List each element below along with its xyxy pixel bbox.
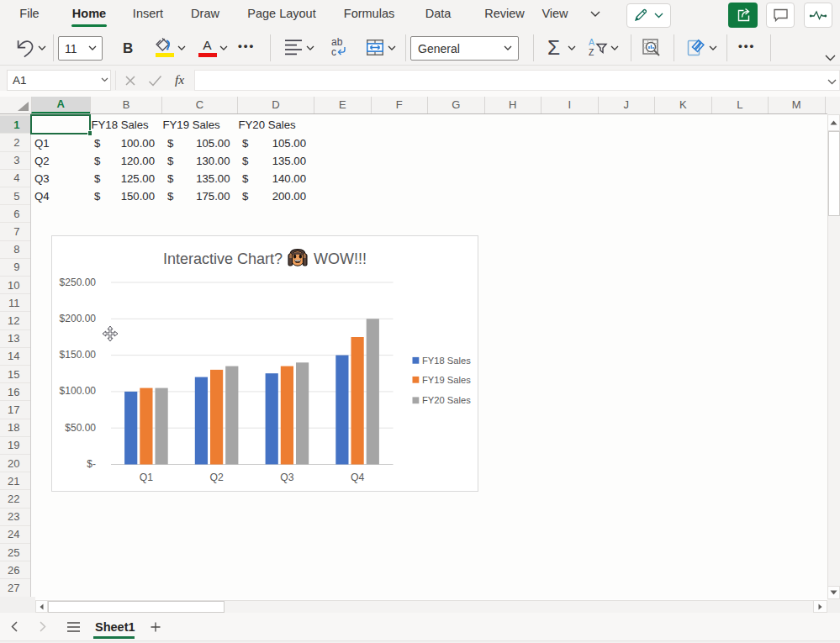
svg-text:$200.00: $200.00: [60, 313, 97, 324]
svg-text:$-: $-: [87, 458, 96, 470]
svg-text:Z: Z: [589, 47, 594, 56]
svg-text:FY19 Sales: FY19 Sales: [422, 375, 471, 385]
svg-text:Interactive Chart?: Interactive Chart?: [163, 250, 283, 267]
svg-text:Q4: Q4: [351, 472, 364, 483]
svg-text:$50.00: $50.00: [65, 422, 96, 434]
svg-text:$150.00: $150.00: [60, 349, 97, 361]
svg-text:FY18 Sales: FY18 Sales: [422, 356, 471, 366]
svg-text:Q3: Q3: [280, 472, 293, 483]
svg-text:Q2: Q2: [209, 472, 223, 483]
svg-text:Q1: Q1: [140, 472, 153, 483]
svg-text:WOW!!!: WOW!!!: [314, 250, 367, 267]
svg-text:FY20 Sales: FY20 Sales: [422, 395, 471, 405]
svg-text:c: c: [331, 46, 336, 57]
svg-text:A: A: [589, 38, 594, 47]
svg-text:$250.00: $250.00: [60, 277, 97, 288]
svg-text:$100.00: $100.00: [60, 385, 97, 397]
